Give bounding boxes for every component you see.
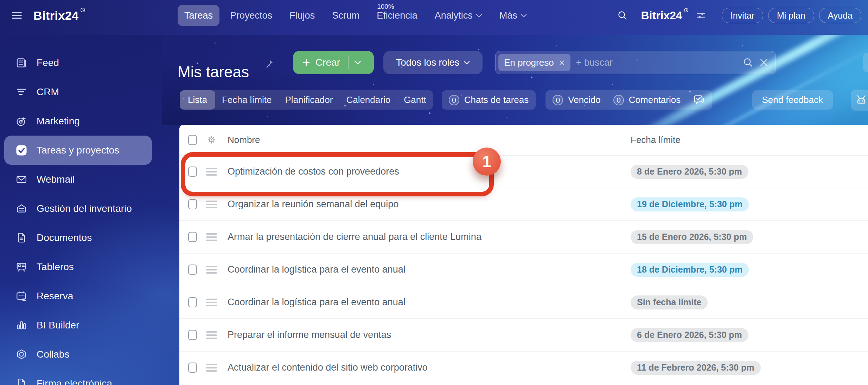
row-checkbox[interactable] [188, 232, 197, 242]
table-row[interactable]: Optimización de costos con proveedores8 … [179, 156, 868, 188]
search-input[interactable] [575, 57, 742, 68]
settings-sliders-icon[interactable] [696, 10, 706, 21]
deadline-chip[interactable]: 6 de Enero 2026, 5:30 pm [631, 328, 748, 342]
sidebar-item[interactable]: Reserva [4, 281, 152, 311]
view-tab[interactable]: Calendario [339, 90, 397, 110]
chat-check-icon[interactable] [693, 94, 705, 106]
tasks-icon [15, 144, 27, 156]
sidebar-item[interactable]: Tableros [4, 252, 152, 281]
deadline-chip[interactable]: 8 de Enero 2026, 5:30 pm [631, 165, 748, 179]
filter-chip-en-progreso[interactable]: En progreso [498, 54, 570, 71]
hamburger-menu-icon[interactable] [11, 9, 23, 21]
row-checkbox[interactable] [188, 363, 197, 373]
task-name[interactable]: Preparar el informe mensual de ventas [228, 329, 391, 340]
sidebar-item-label: BI Builder [37, 320, 79, 331]
nav-tab-label: Más [499, 10, 517, 21]
row-checkbox[interactable] [188, 297, 197, 307]
drag-handle-icon[interactable] [206, 331, 217, 339]
sidebar-item[interactable]: CRM [4, 77, 152, 106]
row-checkbox[interactable] [188, 330, 197, 340]
roles-filter-dropdown[interactable]: Todos los roles [383, 51, 483, 74]
table-row[interactable]: Coordinar la logística para el evento an… [179, 286, 868, 319]
search-icon[interactable] [742, 57, 754, 68]
drag-handle-icon[interactable] [206, 168, 217, 176]
create-button[interactable]: Crear [293, 51, 374, 74]
task-name[interactable]: Actualizar el contenido del sitio web co… [228, 362, 428, 373]
copilot-robot-button[interactable] [851, 90, 868, 111]
view-tab[interactable]: Fecha límite [215, 90, 279, 110]
nav-tab[interactable]: Tareas [178, 5, 219, 26]
chats-counter-label: Chats de tareas [464, 94, 529, 105]
sidebar-item[interactable]: Documentos [4, 223, 152, 252]
deadline-chip[interactable]: Sin fecha límite [631, 295, 708, 309]
view-tab[interactable]: Gantt [397, 90, 433, 110]
search-bar[interactable]: En progreso [495, 51, 776, 74]
nav-tab[interactable]: Analytics [428, 5, 489, 26]
sidebar-item-label: Documentos [37, 232, 92, 243]
task-name[interactable]: Coordinar la logística para el evento an… [228, 297, 406, 308]
row-checkbox[interactable] [188, 167, 197, 177]
deadline-chip[interactable]: 19 de Diciembre, 5:30 pm [631, 197, 749, 211]
drag-handle-icon[interactable] [206, 233, 217, 241]
table-row[interactable]: Coordinar la logística para el evento an… [179, 254, 868, 286]
send-feedback-button[interactable]: Send feedback [752, 90, 833, 110]
deadline-chip[interactable]: 15 de Enero 2026, 5:30 pm [631, 230, 753, 244]
nav-tab[interactable]: Proyectos [223, 5, 279, 26]
sidebar-item[interactable]: BI Builder [4, 311, 152, 340]
main-nav: TareasProyectosFlujosScrumEficiencia100%… [178, 0, 534, 31]
view-tab[interactable]: Planificador [279, 90, 340, 110]
help-button[interactable]: Ayuda [819, 8, 861, 23]
deadline-chip[interactable]: 18 de Diciembre, 5:30 pm [631, 263, 749, 277]
create-button-divider [348, 56, 349, 70]
column-header-deadline[interactable]: Fecha límite [631, 135, 681, 145]
sidebar-item[interactable]: Marketing [4, 106, 152, 136]
pin-icon[interactable] [263, 59, 274, 69]
invite-button[interactable]: Invitar [722, 8, 763, 23]
sidebar-item[interactable]: Collabs [4, 340, 152, 369]
topbar: Bitrix24 TareasProyectosFlujosScrumEfici… [0, 0, 868, 35]
sidebar-item[interactable]: Gestión del inventario [4, 194, 152, 223]
app-logo[interactable]: Bitrix24 [33, 9, 85, 22]
sidebar-item[interactable]: Feed [4, 48, 152, 77]
filter-chip-label: En progreso [504, 57, 554, 68]
task-name[interactable]: Coordinar la logística para el evento an… [228, 264, 406, 275]
row-checkbox[interactable] [188, 265, 197, 275]
nav-tab[interactable]: Flujos [283, 5, 321, 26]
drag-handle-icon[interactable] [206, 201, 217, 208]
remove-filter-icon[interactable] [559, 60, 565, 66]
nav-tab[interactable]: Scrum [325, 5, 366, 26]
task-name[interactable]: Organizar la reunión semanal del equipo [228, 199, 398, 210]
row-checkbox[interactable] [188, 199, 197, 209]
nav-tab[interactable]: Eficiencia100% [370, 5, 424, 26]
sidebar-item[interactable]: Webmail [4, 165, 152, 194]
hero-area: Mis tareas Crear Todos los roles En prog… [162, 35, 868, 125]
select-all-checkbox[interactable] [188, 135, 197, 145]
search-icon[interactable] [617, 10, 628, 21]
table-row[interactable]: Armar la presentación de cierre anual pa… [179, 221, 868, 254]
counters-pill[interactable]: 0Vencido0Comentarios [545, 90, 712, 110]
sidebar-item[interactable]: Firma electrónica [4, 369, 152, 385]
nav-tab[interactable]: Más [493, 5, 534, 26]
table-row[interactable]: Organizar la reunión semanal del equipo1… [179, 188, 868, 221]
task-name[interactable]: Armar la presentación de cierre anual pa… [228, 231, 481, 242]
view-tab[interactable]: Lista [180, 90, 215, 110]
chats-counter-pill[interactable]: 0 Chats de tareas [442, 90, 536, 110]
my-plan-button[interactable]: Mi plan [768, 8, 814, 23]
task-name[interactable]: Optimización de costos con proveedores [228, 166, 399, 177]
cutoff-button[interactable] [863, 53, 868, 72]
plus-icon [302, 58, 311, 67]
clear-search-icon[interactable] [759, 58, 768, 67]
table-row[interactable]: Preparar el informe mensual de ventas6 d… [179, 319, 868, 352]
drag-handle-icon[interactable] [206, 364, 217, 372]
chevron-down-icon[interactable] [354, 60, 361, 65]
sidebar-item[interactable]: Tareas y proyectos [4, 136, 152, 165]
table-header-row: Nombre Fecha límite [179, 125, 868, 156]
column-header-name[interactable]: Nombre [228, 135, 260, 145]
drag-handle-icon[interactable] [206, 266, 217, 274]
drag-handle-icon[interactable] [206, 299, 217, 306]
deadline-chip[interactable]: 11 de Febrero 2026, 5:30 pm [631, 361, 761, 375]
table-row[interactable]: Actualizar el contenido del sitio web co… [179, 352, 868, 384]
sidebar-item-label: Reserva [37, 291, 73, 302]
light-streak-glow [591, 35, 868, 125]
gear-icon[interactable] [206, 135, 217, 145]
